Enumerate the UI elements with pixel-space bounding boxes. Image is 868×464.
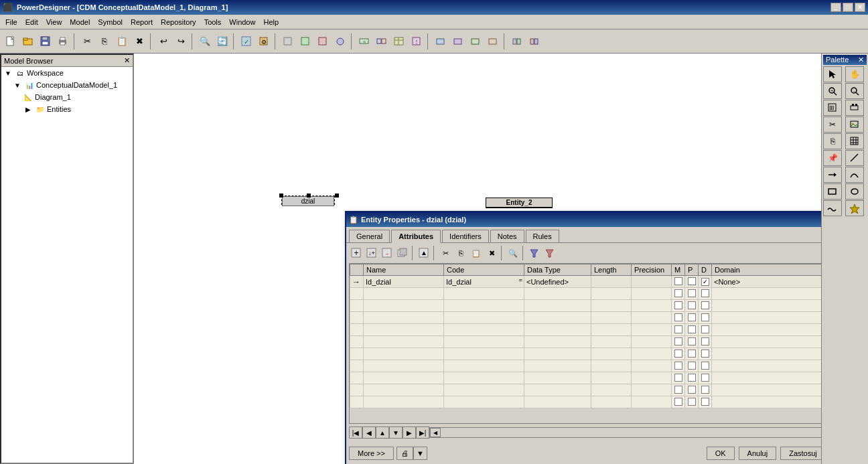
menu-report[interactable]: Report <box>127 17 157 27</box>
tree-workspace[interactable]: ▼ 🗂 Workspace <box>1 67 133 79</box>
nav-down-button[interactable]: ▼ <box>389 427 403 439</box>
table-row[interactable] <box>350 360 822 372</box>
paste-button[interactable]: 📋 <box>114 33 130 50</box>
refresh-button[interactable]: 🔄 <box>214 33 230 50</box>
tb-btn-a3[interactable] <box>315 33 331 50</box>
find-button[interactable]: 🔍 <box>197 33 213 50</box>
table-row[interactable] <box>350 384 822 396</box>
palette-select-button[interactable] <box>823 66 842 82</box>
paste-attr-button[interactable]: 📋 <box>469 246 484 260</box>
print-button[interactable] <box>55 33 71 50</box>
undo-button[interactable]: ↩ <box>155 33 171 50</box>
table-row[interactable] <box>350 372 822 384</box>
row-precision-cell[interactable] <box>632 276 672 288</box>
copy-button[interactable]: ⎘ <box>96 33 113 50</box>
row-domain-cell[interactable] <box>712 288 822 300</box>
cancel-button[interactable]: Anuluj <box>739 447 777 460</box>
nav-up-button[interactable]: ▲ <box>376 427 389 439</box>
insert-attr-button[interactable]: ↓+ <box>364 246 379 260</box>
m-checkbox[interactable] <box>674 289 682 297</box>
tab-notes[interactable]: Notes <box>490 230 524 242</box>
palette-line-button[interactable] <box>845 150 864 166</box>
edit-code-icon[interactable]: = <box>519 277 522 283</box>
copy-attr-button[interactable]: ⎘ <box>453 246 468 260</box>
tb-btn-c3[interactable] <box>467 33 484 50</box>
row-code-cell[interactable] <box>444 288 524 300</box>
table-row[interactable] <box>350 336 822 348</box>
palette-wavy-button[interactable] <box>823 200 842 216</box>
add-attr-button[interactable]: + <box>349 246 364 260</box>
tb-btn-c2[interactable] <box>450 33 466 50</box>
row-datatype-cell[interactable]: <Undefined> <box>524 276 591 288</box>
table-row[interactable]: → Id_dzial Id_dzial = <Undefined> ✓ <box>350 276 822 288</box>
row-d-cell[interactable]: ✓ <box>699 276 712 288</box>
generate-button[interactable]: ⚙ <box>256 33 272 50</box>
row-d-cell[interactable] <box>699 288 712 300</box>
dup-attr-button[interactable] <box>395 246 410 260</box>
row-p-cell[interactable] <box>685 276 699 288</box>
tab-identifiers[interactable]: Identifiers <box>442 230 489 242</box>
m-checkbox[interactable] <box>674 277 682 285</box>
tb-btn-a4[interactable] <box>332 33 348 50</box>
tab-attributes[interactable]: Attributes <box>391 230 441 243</box>
table-row[interactable] <box>350 324 822 336</box>
tb-btn-b2[interactable] <box>374 33 390 50</box>
tb-btn-a1[interactable] <box>280 33 296 50</box>
d-checkbox[interactable]: ✓ <box>701 278 709 286</box>
table-row[interactable] <box>350 288 822 300</box>
tab-general[interactable]: General <box>349 230 390 242</box>
table-row[interactable] <box>350 396 822 408</box>
menu-edit[interactable]: Edit <box>21 17 42 27</box>
row-m-cell[interactable] <box>672 288 685 300</box>
palette-zoom-out-button[interactable]: - <box>845 83 864 99</box>
delete-button[interactable]: ✖ <box>131 33 147 50</box>
menu-help[interactable]: Help <box>259 17 283 27</box>
entity-box-entity2[interactable]: Entity_2 <box>486 198 553 208</box>
filter2-button[interactable] <box>542 246 557 260</box>
horizontal-scrollbar[interactable]: ◀ ▶ <box>429 427 821 438</box>
palette-ellipse-button[interactable] <box>845 183 864 200</box>
tb-btn-b1[interactable]: ≡ <box>356 33 372 50</box>
close-panel-icon[interactable]: ✕ <box>124 56 130 65</box>
save-button[interactable] <box>38 33 54 50</box>
ok-button[interactable]: OK <box>707 447 735 460</box>
tree-diagram[interactable]: 📐 Diagram_1 <box>1 91 133 103</box>
tb-btn-d1[interactable] <box>509 33 525 50</box>
tb-btn-c1[interactable] <box>433 33 449 50</box>
cut-button[interactable]: ✂ <box>79 33 95 50</box>
menu-symbol[interactable]: Symbol <box>94 17 127 27</box>
nav-first-button[interactable]: |◀ <box>349 427 362 439</box>
move-up-button[interactable]: ▲ <box>417 246 431 260</box>
row-length-cell[interactable] <box>591 288 632 300</box>
maximize-button[interactable]: □ <box>843 3 853 12</box>
menu-window[interactable]: Window <box>225 17 259 27</box>
tab-rules[interactable]: Rules <box>526 230 559 242</box>
palette-img-button[interactable] <box>845 117 864 133</box>
filter-button[interactable] <box>527 246 542 260</box>
palette-cut2-button[interactable]: ✂ <box>823 117 842 133</box>
table-row[interactable] <box>350 348 822 360</box>
row-name-cell[interactable] <box>364 288 444 300</box>
tree-model[interactable]: ▼ 📊 ConceptualDataModel_1 <box>1 79 133 91</box>
minimize-button[interactable]: _ <box>830 3 841 12</box>
palette-link-button[interactable] <box>845 100 864 116</box>
palette-copy2-button[interactable]: ⎘ <box>823 133 842 149</box>
row-name-cell[interactable]: Id_dzial <box>364 276 444 288</box>
p-checkbox[interactable] <box>688 289 696 297</box>
more-button[interactable]: More >> <box>349 447 394 460</box>
palette-grid-button[interactable] <box>845 133 864 149</box>
palette-extra-button[interactable] <box>845 200 864 216</box>
tree-entities[interactable]: ▶ 📁 Entities <box>1 103 133 115</box>
palette-paste2-button[interactable]: 📌 <box>823 150 842 166</box>
menu-repository[interactable]: Repository <box>157 17 200 27</box>
print-dropdown-button[interactable]: ▼ <box>413 447 427 460</box>
check-button[interactable]: ✓ <box>238 33 255 50</box>
nav-prev-button[interactable]: ◀ <box>362 427 376 439</box>
open-button[interactable] <box>20 33 36 50</box>
row-length-cell[interactable] <box>591 276 632 288</box>
row-code-cell[interactable]: Id_dzial = <box>444 276 524 288</box>
delete-attr-button2[interactable]: ✖ <box>484 246 499 260</box>
row-precision-cell[interactable] <box>632 288 672 300</box>
palette-curve-button[interactable] <box>845 167 864 183</box>
table-row[interactable] <box>350 300 822 312</box>
